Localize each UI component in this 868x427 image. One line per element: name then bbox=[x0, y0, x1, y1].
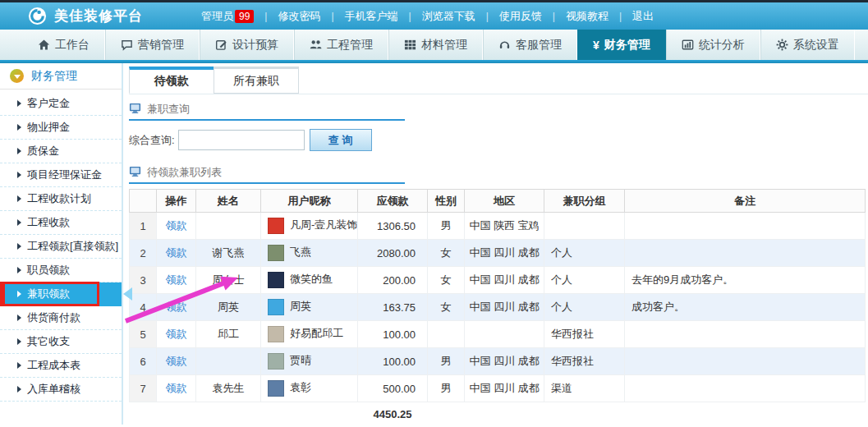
column-header: 备注 bbox=[625, 190, 866, 213]
sidebar-item[interactable]: 质保金 bbox=[0, 140, 122, 163]
receive-payment-link[interactable]: 领款 bbox=[166, 355, 187, 367]
nav-tab[interactable]: 统计分析 bbox=[666, 30, 760, 60]
table-row: 2领款谢飞燕飞燕2080.00女中国 四川 成都个人 bbox=[130, 240, 866, 267]
receive-payment-link[interactable]: 领款 bbox=[166, 301, 187, 313]
grid-icon bbox=[404, 39, 416, 51]
search-input[interactable] bbox=[178, 130, 305, 150]
top-menu: 管理员99 |修改密码|手机客户端|浏览器下载|使用反馈|视频教程|退出 bbox=[191, 9, 664, 24]
nickname-label: 微笑的鱼 bbox=[290, 273, 333, 285]
sidebar-item[interactable]: 兼职领款 bbox=[0, 282, 122, 306]
remark-cell bbox=[625, 375, 866, 402]
amount-cell: 100.00 bbox=[358, 321, 428, 348]
name-cell bbox=[196, 348, 261, 375]
content-tab[interactable]: 所有兼职 bbox=[214, 67, 299, 94]
remark-cell bbox=[625, 240, 866, 267]
avatar bbox=[268, 272, 284, 288]
sidebar-item[interactable]: 项目经理保证金 bbox=[0, 163, 122, 187]
sidebar-header[interactable]: 财务管理 bbox=[0, 63, 122, 90]
yen-icon: ¥ bbox=[593, 39, 599, 52]
search-button[interactable]: 查 询 bbox=[310, 129, 372, 151]
region-cell: 中国 陕西 宝鸡 bbox=[465, 213, 544, 240]
avatar bbox=[268, 218, 284, 234]
sidebar-item[interactable]: 工程领款[直接领款] bbox=[0, 235, 122, 259]
column-header bbox=[130, 190, 157, 213]
top-bar: 美佳装修平台 管理员99 |修改密码|手机客户端|浏览器下载|使用反馈|视频教程… bbox=[0, 0, 868, 30]
sidebar-item[interactable]: 物业押金 bbox=[0, 116, 122, 140]
row-number: 4 bbox=[130, 294, 157, 321]
amount-cell: 200.00 bbox=[358, 267, 428, 294]
column-header: 用户昵称 bbox=[261, 190, 358, 213]
gender-cell: 男 bbox=[428, 348, 465, 375]
nav-tab-label: 财务管理 bbox=[604, 38, 650, 53]
sidebar-item-label: 工程领款[直接领款] bbox=[27, 239, 118, 254]
nav-tab[interactable]: 系统设置 bbox=[760, 30, 855, 60]
group-cell: 个人 bbox=[544, 267, 625, 294]
sidebar-item[interactable]: 工程收款计划 bbox=[0, 187, 122, 211]
notification-badge[interactable]: 99 bbox=[235, 10, 254, 23]
remark-cell bbox=[625, 348, 866, 375]
action-cell: 领款 bbox=[157, 267, 196, 294]
nav-tab-label: 工作台 bbox=[55, 38, 90, 53]
top-menu-item[interactable]: 修改密码 bbox=[267, 9, 331, 24]
column-header: 姓名 bbox=[196, 190, 261, 213]
top-menu-item[interactable]: 手机客户端 bbox=[334, 9, 409, 24]
receive-payment-link[interactable]: 领款 bbox=[166, 328, 187, 340]
nickname-label: 好易配邱工 bbox=[290, 327, 343, 339]
sidebar-item[interactable]: 客户定金 bbox=[0, 92, 122, 116]
receive-payment-link[interactable]: 领款 bbox=[166, 273, 187, 286]
name-cell: 周英 bbox=[196, 294, 261, 321]
action-cell: 领款 bbox=[157, 321, 196, 348]
nickname-cell: 凡周-壹凡装饰 bbox=[261, 213, 358, 240]
nickname-label: 贾晴 bbox=[290, 354, 311, 366]
nav-tab[interactable]: ¥财务管理 bbox=[577, 30, 666, 60]
headset-icon bbox=[498, 39, 511, 51]
nav-tab[interactable]: 客服管理 bbox=[483, 30, 577, 60]
sidebar-item-label: 物业押金 bbox=[27, 120, 70, 135]
name-cell: 邱工 bbox=[196, 321, 261, 348]
sidebar-item[interactable]: 其它收支 bbox=[0, 330, 122, 354]
nav-tab[interactable]: 营销管理 bbox=[105, 30, 200, 60]
top-menu-item[interactable]: 浏览器下载 bbox=[411, 9, 486, 24]
monitor-icon bbox=[129, 102, 141, 117]
action-cell: 领款 bbox=[157, 240, 196, 267]
nav-tab-label: 材料管理 bbox=[421, 38, 467, 53]
nav-tab[interactable]: 工程管理 bbox=[294, 30, 388, 60]
content-tab[interactable]: 待领款 bbox=[129, 67, 214, 94]
nav-tab[interactable]: 设计预算 bbox=[200, 30, 294, 60]
nickname-cell: 周英 bbox=[261, 294, 358, 321]
nav-tab-label: 统计分析 bbox=[699, 38, 745, 53]
admin-link[interactable]: 管理员99 bbox=[191, 9, 264, 24]
search-section-title: 兼职查询 bbox=[147, 102, 190, 117]
table-total-row: 4450.25 bbox=[130, 402, 866, 425]
avatar bbox=[268, 380, 284, 397]
sidebar-item[interactable]: 职员领款 bbox=[0, 259, 122, 282]
sidebar-item[interactable]: 工程收款 bbox=[0, 211, 122, 235]
top-menu-item[interactable]: 视频教程 bbox=[555, 9, 619, 24]
receive-payment-link[interactable]: 领款 bbox=[166, 219, 187, 232]
nav-tab[interactable]: 工作台 bbox=[23, 30, 105, 60]
top-menu-item[interactable]: 使用反馈 bbox=[489, 9, 553, 24]
gender-cell: 女 bbox=[428, 267, 465, 294]
name-cell: 谢飞燕 bbox=[196, 240, 261, 267]
column-header: 地区 bbox=[465, 190, 544, 213]
gender-cell: 男 bbox=[428, 213, 465, 240]
receive-payment-link[interactable]: 领款 bbox=[166, 246, 187, 259]
top-menu-item[interactable]: 退出 bbox=[622, 9, 664, 24]
nav-tab-label: 系统设置 bbox=[793, 38, 839, 53]
remark-cell: 成功客户。 bbox=[625, 294, 866, 321]
triangle-bullet-icon bbox=[17, 362, 21, 369]
nav-tab-label: 客服管理 bbox=[516, 38, 562, 53]
column-header: 操作 bbox=[157, 190, 196, 213]
region-cell: 中国 四川 成都 bbox=[465, 240, 544, 267]
triangle-bullet-icon bbox=[17, 100, 21, 107]
nav-tab[interactable]: 材料管理 bbox=[388, 30, 483, 60]
group-cell: 渠道 bbox=[544, 375, 625, 402]
receive-payment-link[interactable]: 领款 bbox=[166, 382, 187, 394]
sidebar-item[interactable]: 供货商付款 bbox=[0, 306, 122, 330]
sidebar-item-label: 工程收款计划 bbox=[27, 191, 91, 206]
sidebar-item-label: 入库单稽核 bbox=[27, 382, 80, 397]
group-cell: 华西报社 bbox=[544, 348, 625, 375]
column-header: 应领款 bbox=[358, 190, 428, 213]
sidebar-item[interactable]: 工程成本表 bbox=[0, 354, 122, 378]
sidebar-item[interactable]: 入库单稽核 bbox=[0, 378, 122, 402]
